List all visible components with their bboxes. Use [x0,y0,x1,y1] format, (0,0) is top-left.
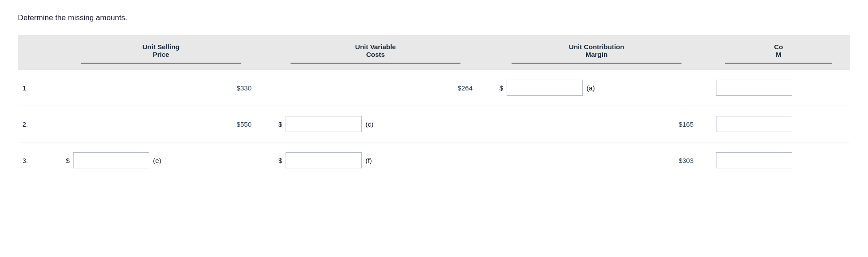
header-rownum [18,35,57,70]
page-instruction: Determine the missing amounts. [18,13,850,22]
row-2-selling-price: $550 [57,106,265,142]
row-3-vc-label: (f) [365,157,378,164]
row-3-vc-dollar: $ [278,157,282,164]
row-2-vc-label: (c) [365,120,378,128]
row-1-cm-dollar: $ [499,84,503,92]
main-table: Unit SellingPrice Unit VariableCosts Uni… [18,35,850,178]
row-2-num: 2. [18,106,57,142]
row-2-variable-costs: $ (c) [265,106,486,142]
row-2-cm-value: $165 [679,120,694,128]
row-3-sp-input[interactable] [73,152,149,168]
row-1-cm-ratio [707,70,850,106]
header-selling-price: Unit SellingPrice [57,35,265,70]
row-3-cm-value: $303 [679,157,694,164]
row-3-variable-costs: $ (f) [265,142,486,179]
table-row: 1. $330 $264 $ (a) [18,70,850,106]
row-3-contribution-margin: $303 [486,142,707,179]
row-1-cm-input[interactable] [507,80,583,96]
row-3-sp-label: (e) [153,157,165,164]
row-2-contribution-margin: $165 [486,106,707,142]
row-1-variable-costs: $264 [265,70,486,106]
row-2-cm-ratio [707,106,850,142]
row-1-selling-price: $330 [57,70,265,106]
header-contribution-margin: Unit ContributionMargin [486,35,707,70]
table-row: 3. $ (e) $ (f) [18,142,850,179]
row-1-num: 1. [18,70,57,106]
row-1-variable-costs-value: $264 [458,84,473,92]
table-wrapper: Unit SellingPrice Unit VariableCosts Uni… [18,35,850,178]
row-3-num: 3. [18,142,57,179]
row-1-cm-label: (a) [586,84,599,92]
row-1-cmr-input[interactable] [716,80,792,96]
row-3-cm-ratio [707,142,850,179]
header-cm-ratio: CoM [707,35,850,70]
table-row: 2. $550 $ (c) $165 [18,106,850,142]
row-3-cmr-input[interactable] [716,152,792,168]
row-2-vc-dollar: $ [278,120,282,128]
row-1-selling-price-value: $330 [237,84,252,92]
row-2-selling-price-value: $550 [237,120,252,128]
row-3-vc-input[interactable] [286,152,362,168]
row-1-contribution-margin: $ (a) [486,70,707,106]
row-2-cmr-input[interactable] [716,116,792,132]
row-2-vc-input[interactable] [286,116,362,132]
row-3-selling-price: $ (e) [57,142,265,179]
header-variable-costs: Unit VariableCosts [265,35,486,70]
row-3-sp-dollar: $ [66,157,69,164]
